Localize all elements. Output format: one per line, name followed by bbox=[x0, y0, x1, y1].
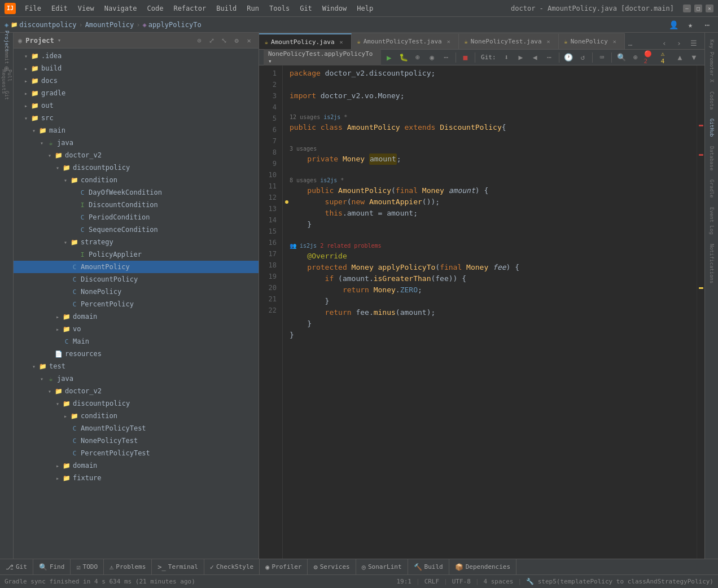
project-locate-icon[interactable]: ⊙ bbox=[194, 36, 204, 46]
tree-item-resources[interactable]: 📄resources bbox=[14, 348, 259, 360]
revert-icon[interactable]: ↺ bbox=[577, 51, 589, 64]
tree-item-PercentPolicyTest[interactable]: CPercentPolicyTest bbox=[14, 447, 259, 459]
minimize-button[interactable]: — bbox=[683, 5, 691, 12]
tree-item-PercentPolicy[interactable]: CPercentPolicy bbox=[14, 298, 259, 310]
tree-item-condition_test[interactable]: ▸📁condition bbox=[14, 410, 259, 422]
tab-nonepolicy[interactable]: ☕ NonePolicy ✕ bbox=[559, 33, 625, 49]
tree-item-src[interactable]: ▾📁src bbox=[14, 112, 259, 124]
git-more-icon[interactable]: ⋯ bbox=[543, 51, 555, 64]
status-branch[interactable]: 🔧 step5(templatePolicy to classAndStrate… bbox=[526, 578, 713, 585]
tree-item-strategy[interactable]: ▾📁strategy bbox=[14, 236, 259, 248]
debug-button[interactable]: 🐛 bbox=[397, 51, 409, 64]
bottom-checkstyle-btn[interactable]: ✓ CheckStyle bbox=[204, 559, 260, 575]
tree-item-NonePolicy[interactable]: CNonePolicy bbox=[14, 286, 259, 298]
menu-item-refactor[interactable]: Refactor bbox=[169, 3, 211, 14]
profile-button[interactable]: ◉ bbox=[426, 51, 437, 64]
error-count[interactable]: 🔴 2 bbox=[644, 50, 659, 65]
menu-item-code[interactable]: Code bbox=[143, 3, 168, 14]
tree-item-domain_test[interactable]: ▸📁domain bbox=[14, 459, 259, 472]
tree-item-AmountPolicy[interactable]: CAmountPolicy bbox=[14, 261, 259, 273]
tree-item-DiscountPolicy[interactable]: CDiscountPolicy bbox=[14, 273, 259, 286]
tree-item-java[interactable]: ▾☕java bbox=[14, 137, 259, 149]
tree-item-java_test[interactable]: ▾☕java bbox=[14, 372, 259, 385]
code-editor[interactable]: package doctor_v2.discountpolicy; import… bbox=[283, 65, 697, 559]
tab-close-icon-2[interactable]: ✕ bbox=[445, 38, 453, 46]
search-icon[interactable]: 🔍 bbox=[615, 51, 627, 64]
tree-item-Main[interactable]: CMain bbox=[14, 335, 259, 348]
right-sidebar-codota[interactable]: Codota bbox=[706, 87, 718, 115]
sidebar-pullrequest-icon[interactable]: Pull Requests bbox=[1, 76, 13, 88]
project-dropdown[interactable]: ▾ bbox=[58, 37, 62, 44]
bottom-dependencies-btn[interactable]: 📦 Dependencies bbox=[449, 559, 516, 575]
status-charset[interactable]: UTF-8 bbox=[452, 578, 471, 585]
tree-item-domain[interactable]: ▸📁domain bbox=[14, 310, 259, 323]
breadcrumb-user-icon[interactable]: 👤 bbox=[667, 19, 680, 31]
right-sidebar-keypromoter[interactable]: Key Promoter X bbox=[706, 35, 718, 87]
bottom-terminal-btn[interactable]: >_ Terminal bbox=[152, 559, 204, 575]
sidebar-commit-icon[interactable]: Commit bbox=[1, 49, 13, 61]
translate-icon[interactable]: ⌨ bbox=[596, 51, 608, 64]
right-sidebar-gradle[interactable]: Gradle bbox=[706, 175, 718, 203]
tree-item-discountpolicy_test[interactable]: ▾📁discountpolicy bbox=[14, 397, 259, 410]
status-spaces[interactable]: 4 spaces bbox=[484, 578, 514, 585]
coverage-button[interactable]: ⊕ bbox=[411, 51, 423, 64]
scroll-up-icon[interactable]: ▲ bbox=[674, 51, 686, 64]
bottom-sonarlint-btn[interactable]: ◎ SonarLint bbox=[356, 559, 408, 575]
tree-item-PolicyApplier[interactable]: IPolicyApplier bbox=[14, 248, 259, 261]
menu-item-tools[interactable]: Tools bbox=[265, 3, 294, 14]
tree-item-test[interactable]: ▾📁test bbox=[14, 360, 259, 372]
bottom-build-btn[interactable]: 🔨 Build bbox=[408, 559, 449, 575]
right-sidebar-github[interactable]: GitHub bbox=[706, 114, 718, 142]
bottom-profiler-btn[interactable]: ◉ Profiler bbox=[260, 559, 308, 575]
tree-item-AmountPolicyTest[interactable]: CAmountPolicyTest bbox=[14, 422, 259, 435]
breadcrumb-bookmark-icon[interactable]: ★ bbox=[684, 19, 697, 31]
tree-item-main[interactable]: ▾📁main bbox=[14, 124, 259, 137]
git-pull-icon[interactable]: ◀ bbox=[529, 51, 541, 64]
tab-close-icon[interactable]: ✕ bbox=[338, 38, 345, 46]
project-close-icon[interactable]: ✕ bbox=[244, 36, 254, 46]
project-collapse-icon[interactable]: ⤡ bbox=[219, 36, 229, 46]
project-expand-icon[interactable]: ⤢ bbox=[207, 36, 217, 46]
bottom-git-btn[interactable]: ⎇ Git bbox=[0, 559, 33, 575]
tabs-more-button[interactable]: ⋯ bbox=[625, 41, 636, 49]
menu-item-window[interactable]: Window bbox=[318, 3, 351, 14]
tree-item-out[interactable]: ▸📁out bbox=[14, 99, 259, 112]
run-button[interactable]: ▶ bbox=[383, 51, 395, 64]
tab-nonepolicytest[interactable]: ☕ NonePolicyTest.java ✕ bbox=[459, 33, 559, 49]
tree-item-NonePolicyTest[interactable]: CNonePolicyTest bbox=[14, 435, 259, 447]
tree-item-condition[interactable]: ▾📁condition bbox=[14, 174, 259, 186]
menu-item-help[interactable]: Help bbox=[352, 3, 378, 14]
menu-item-build[interactable]: Build bbox=[212, 3, 241, 14]
vertical-scrollbar[interactable] bbox=[697, 65, 704, 559]
right-sidebar-database[interactable]: Database bbox=[706, 142, 718, 175]
git-push-icon[interactable]: ▶ bbox=[515, 51, 527, 64]
breadcrumb-discountpolicy[interactable]: 📁 discountpolicy bbox=[11, 21, 76, 29]
menu-item-navigate[interactable]: Navigate bbox=[100, 3, 142, 14]
tree-item-PeriodCondition[interactable]: CPeriodCondition bbox=[14, 211, 259, 223]
bottom-problems-btn[interactable]: ⚠ Problems bbox=[104, 559, 152, 575]
warning-count[interactable]: ⚠ 4 bbox=[661, 50, 672, 65]
git-fetch-icon[interactable]: ⬇ bbox=[501, 51, 513, 64]
project-gear-icon[interactable]: ⚙ bbox=[231, 36, 242, 46]
menu-item-file[interactable]: File bbox=[20, 3, 46, 14]
tab-amountpolicytest[interactable]: ☕ AmountPolicyTest.java ✕ bbox=[352, 33, 459, 49]
scroll-down-icon[interactable]: ▼ bbox=[688, 51, 700, 64]
breadcrumb-recent[interactable]: ◈ bbox=[5, 21, 8, 29]
menu-item-git[interactable]: Git bbox=[295, 3, 317, 14]
breadcrumb-amountpolicy[interactable]: AmountPolicy bbox=[85, 21, 134, 29]
tree-item-DiscountCondition[interactable]: IDiscountCondition bbox=[14, 199, 259, 211]
tree-item-build[interactable]: ▸📁build bbox=[14, 62, 259, 74]
bottom-todo-btn[interactable]: ☑ TODO bbox=[71, 559, 104, 575]
sidebar-git-icon[interactable]: Git bbox=[1, 89, 13, 102]
menu-item-view[interactable]: View bbox=[73, 3, 99, 14]
tree-item-gradle[interactable]: ▸📁gradle bbox=[14, 87, 259, 99]
right-sidebar-notifications[interactable]: Notifications bbox=[706, 239, 718, 288]
close-button[interactable]: ✕ bbox=[706, 5, 713, 12]
tree-item-doctor_v2[interactable]: ▾📁doctor_v2 bbox=[14, 149, 259, 161]
tree-item-DayOfWeekCondition[interactable]: CDayOfWeekCondition bbox=[14, 186, 259, 199]
right-sidebar-eventlog[interactable]: Event Log bbox=[706, 203, 718, 239]
tree-item-docs[interactable]: ▸📁docs bbox=[14, 74, 259, 87]
breadcrumb-method[interactable]: ◈ applyPolicyTo bbox=[143, 21, 202, 29]
tree-item-SequenceCondition[interactable]: CSequenceCondition bbox=[14, 223, 259, 236]
bottom-find-btn[interactable]: 🔍 Find bbox=[33, 559, 71, 575]
